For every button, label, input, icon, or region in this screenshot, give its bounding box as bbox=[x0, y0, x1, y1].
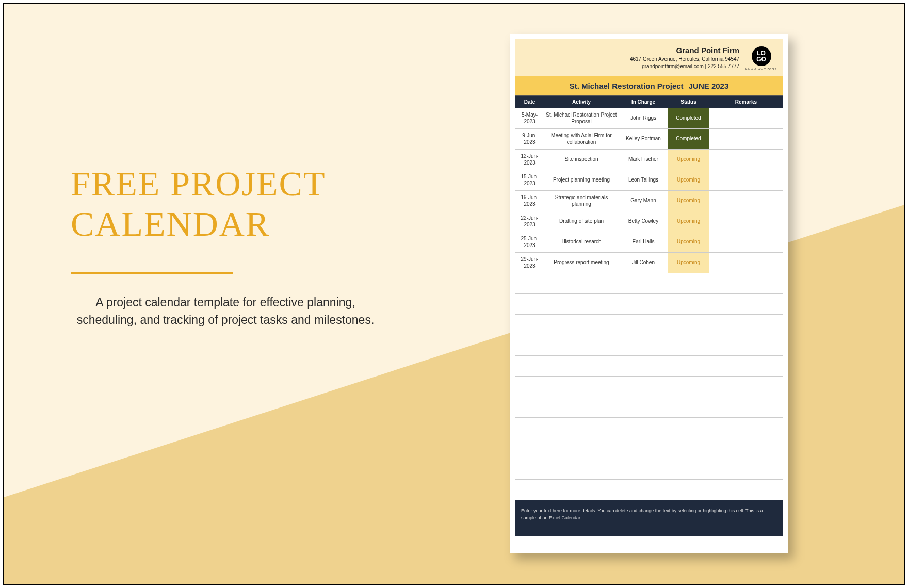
cell-activity: Historical resarch bbox=[544, 232, 619, 253]
cell-activity: Strategic and materials planning bbox=[544, 191, 619, 211]
subtitle-text: A project calendar template for effectiv… bbox=[71, 294, 380, 329]
cell-status: Upcoming bbox=[668, 211, 709, 232]
document-preview: Grand Point Firm 4617 Green Avenue, Herc… bbox=[510, 34, 788, 553]
table-row: 15-Jun-2023Project planning meetingLeon … bbox=[515, 170, 783, 191]
title-divider bbox=[71, 272, 233, 274]
cell-empty bbox=[619, 438, 668, 459]
cell-empty bbox=[515, 315, 544, 335]
cell-date: 5-May-2023 bbox=[515, 108, 544, 129]
table-row-empty bbox=[515, 459, 783, 480]
table-row-empty bbox=[515, 377, 783, 397]
cell-empty bbox=[544, 294, 619, 315]
cell-empty bbox=[544, 377, 619, 397]
cell-incharge: Kelley Portman bbox=[619, 129, 668, 150]
cell-empty bbox=[619, 418, 668, 438]
cell-remarks bbox=[709, 253, 783, 273]
cell-empty bbox=[619, 397, 668, 418]
cell-remarks bbox=[709, 170, 783, 191]
cell-empty bbox=[544, 438, 619, 459]
cell-empty bbox=[515, 294, 544, 315]
logo-icon: LO GO bbox=[752, 46, 771, 66]
status-badge: Upcoming bbox=[668, 191, 709, 211]
cell-empty bbox=[544, 459, 619, 480]
table-row-empty bbox=[515, 480, 783, 500]
col-header-date: Date bbox=[515, 96, 544, 108]
cell-empty bbox=[544, 356, 619, 377]
cell-remarks bbox=[709, 232, 783, 253]
cell-activity: Drafting of site plan bbox=[544, 211, 619, 232]
cell-date: 15-Jun-2023 bbox=[515, 170, 544, 191]
cell-remarks bbox=[709, 129, 783, 150]
table-row-empty bbox=[515, 397, 783, 418]
cell-empty bbox=[619, 294, 668, 315]
table-row-empty bbox=[515, 315, 783, 335]
table-header: Date Activity In Charge Status Remarks bbox=[515, 96, 783, 108]
cell-incharge: Mark Fischer bbox=[619, 150, 668, 170]
table-row: 29-Jun-2023Progress report meetingJill C… bbox=[515, 253, 783, 273]
cell-status: Upcoming bbox=[668, 150, 709, 170]
cell-empty bbox=[668, 294, 709, 315]
cell-remarks bbox=[709, 108, 783, 129]
cell-empty bbox=[709, 397, 783, 418]
cell-empty bbox=[544, 480, 619, 500]
cell-empty bbox=[709, 335, 783, 356]
table-row-empty bbox=[515, 335, 783, 356]
cell-empty bbox=[709, 418, 783, 438]
cell-status: Completed bbox=[668, 129, 709, 150]
main-title-line1: FREE PROJECT bbox=[71, 164, 326, 203]
cell-remarks bbox=[709, 191, 783, 211]
col-header-incharge: In Charge bbox=[619, 96, 668, 108]
project-title-bar: St. Michael Restoration Project JUNE 202… bbox=[515, 76, 783, 95]
cell-date: 29-Jun-2023 bbox=[515, 253, 544, 273]
cell-empty bbox=[668, 377, 709, 397]
table-row: 9-Jun-2023Meeting with Adlai Firm for co… bbox=[515, 129, 783, 150]
cell-empty bbox=[515, 273, 544, 294]
cell-status: Upcoming bbox=[668, 170, 709, 191]
cell-status: Upcoming bbox=[668, 232, 709, 253]
cell-empty bbox=[668, 273, 709, 294]
cell-empty bbox=[515, 335, 544, 356]
cell-incharge: Betty Cowley bbox=[619, 211, 668, 232]
cell-activity: Meeting with Adlai Firm for collaboratio… bbox=[544, 129, 619, 150]
logo-subtext: LOGO COMPANY bbox=[745, 67, 777, 70]
status-badge: Completed bbox=[668, 129, 709, 149]
logo-wrap: LO GO LOGO COMPANY bbox=[745, 46, 777, 70]
cell-empty bbox=[668, 335, 709, 356]
cell-empty bbox=[619, 459, 668, 480]
table-row-empty bbox=[515, 294, 783, 315]
cell-incharge: Leon Tailings bbox=[619, 170, 668, 191]
cell-empty bbox=[619, 480, 668, 500]
cell-empty bbox=[619, 335, 668, 356]
cell-empty bbox=[544, 273, 619, 294]
cell-incharge: Earl Halls bbox=[619, 232, 668, 253]
cell-empty bbox=[619, 377, 668, 397]
left-text-panel: FREE PROJECT CALENDAR A project calendar… bbox=[71, 164, 391, 329]
cell-date: 12-Jun-2023 bbox=[515, 150, 544, 170]
cell-empty bbox=[619, 315, 668, 335]
cell-empty bbox=[709, 315, 783, 335]
status-badge: Completed bbox=[668, 108, 709, 128]
firm-contact: grandpointfirm@email.com | 222 555 7777 bbox=[630, 63, 739, 70]
firm-address: 4617 Green Avenue, Hercules, California … bbox=[630, 56, 739, 63]
project-title: St. Michael Restoration Project bbox=[570, 81, 684, 90]
cell-empty bbox=[668, 480, 709, 500]
main-title: FREE PROJECT CALENDAR bbox=[71, 164, 391, 244]
cell-empty bbox=[515, 418, 544, 438]
col-header-activity: Activity bbox=[544, 96, 619, 108]
table-row: 22-Jun-2023Drafting of site planBetty Co… bbox=[515, 211, 783, 232]
cell-empty bbox=[668, 315, 709, 335]
firm-info: Grand Point Firm 4617 Green Avenue, Herc… bbox=[630, 46, 739, 70]
table-row-empty bbox=[515, 418, 783, 438]
table-row: 25-Jun-2023Historical resarchEarl HallsU… bbox=[515, 232, 783, 253]
table-body: 5-May-2023St. Michael Restoration Projec… bbox=[515, 108, 783, 500]
cell-activity: Project planning meeting bbox=[544, 170, 619, 191]
cell-empty bbox=[515, 459, 544, 480]
cell-incharge: John Riggs bbox=[619, 108, 668, 129]
cell-activity: St. Michael Restoration Project Proposal bbox=[544, 108, 619, 129]
cell-empty bbox=[709, 459, 783, 480]
cell-activity: Progress report meeting bbox=[544, 253, 619, 273]
cell-activity: Site inspection bbox=[544, 150, 619, 170]
main-title-line2: CALENDAR bbox=[71, 204, 270, 243]
cell-empty bbox=[709, 377, 783, 397]
cell-status: Completed bbox=[668, 108, 709, 129]
